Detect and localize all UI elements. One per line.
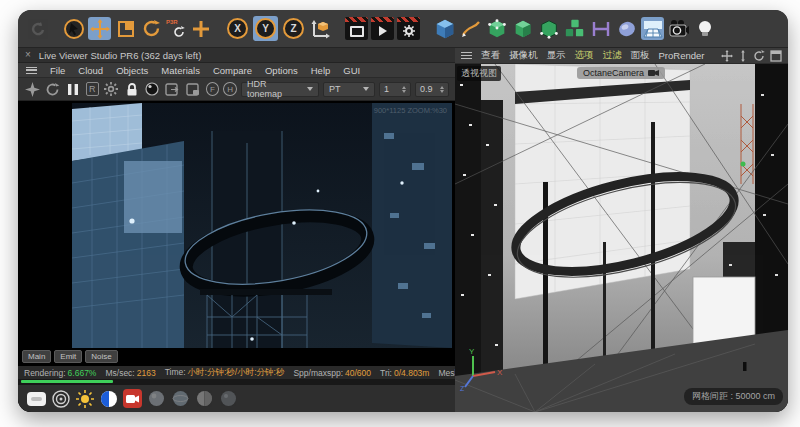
y-axis-label: Y [255,18,276,39]
octane-camera-label[interactable]: OctaneCamera [577,67,665,79]
material-picker-button[interactable]: H [223,82,237,96]
sphere-deformer-icon[interactable] [615,17,638,40]
zoom-view-icon[interactable] [738,50,748,62]
menu-help[interactable]: Help [311,65,331,76]
viewport-controls [721,50,782,62]
render-canvas[interactable]: 900*1125 ZOOM:%30 Main Emit Noise [18,101,455,366]
environment-sphere-icon[interactable] [147,389,166,408]
focus-picker-button[interactable]: F [206,82,220,96]
display-mode-icon[interactable] [27,389,46,408]
hdr-letter: H [227,85,233,94]
live-viewer-menubar: File Cloud Objects Materials Compare Opt… [18,63,455,78]
octane-camera-tag-icon[interactable] [123,389,142,408]
x-axis-button[interactable]: X [225,16,250,41]
save-pass-icon[interactable] [165,81,182,98]
menu-burger-icon[interactable] [26,67,37,74]
target-passes-icon[interactable] [51,389,70,408]
lock-resolution-icon[interactable] [124,81,141,98]
live-viewer-footer-toolbar [18,385,455,412]
measure-spline-icon[interactable] [589,17,612,40]
exposure-stepper[interactable]: 0.9 [415,82,449,97]
cinema4d-window: P3R X Y Z [18,10,788,412]
coordinate-system-icon[interactable] [309,17,332,40]
rotate-tool-icon[interactable] [140,17,163,40]
pause-render-icon[interactable] [65,81,82,98]
close-icon[interactable]: × [25,50,31,60]
passes-stepper[interactable]: 1 [379,82,411,97]
menu-compare[interactable]: Compare [213,65,252,76]
camera-object-icon[interactable] [667,17,690,40]
rendering-value: 6.667% [68,368,97,378]
viewport-menubar: 查看 摄像机 显示 选项 过滤 面板 ProRender [455,48,788,64]
kernel-dropdown[interactable]: PT [323,82,375,97]
z-axis-button[interactable]: Z [281,16,306,41]
stepper-arrows-icon[interactable] [402,86,406,93]
psr-lock-icon[interactable]: P3R [166,18,186,40]
menu-cloud[interactable]: Cloud [78,65,103,76]
edit-edges-icon[interactable] [537,17,560,40]
shaded-sphere-icon[interactable] [219,389,238,408]
rotate-view-icon[interactable] [753,50,765,62]
daylight-toggle-icon[interactable] [99,389,118,408]
axis-gizmo[interactable]: Y X Z [459,346,505,392]
camera-tag-icon [648,69,659,77]
edit-points-icon[interactable] [485,17,508,40]
menu-gui[interactable]: GUI [343,65,360,76]
tonemap-dropdown[interactable]: HDR tonemap [241,82,319,97]
texture-sphere-icon[interactable] [171,389,190,408]
z-axis-label: Z [283,18,304,39]
material-ball-icon[interactable] [144,81,161,98]
menu-materials[interactable]: Materials [161,65,200,76]
vp-menu-prorender[interactable]: ProRender [659,50,705,61]
array-clones-icon[interactable] [563,17,586,40]
light-object-icon[interactable] [693,17,716,40]
vp-menu-camera[interactable]: 摄像机 [509,49,538,62]
region-render-button[interactable]: R [86,82,100,96]
pan-view-icon[interactable] [721,50,733,62]
sun-light-icon[interactable] [75,389,94,408]
render-settings-icon[interactable] [397,17,420,40]
edit-model-icon[interactable] [511,17,534,40]
menu-options[interactable]: Options [265,65,298,76]
status-mesh: Mesh:268 [438,368,455,378]
restart-render-icon[interactable] [45,81,62,98]
scale-tool-icon[interactable] [114,17,137,40]
vp-menu-panel[interactable]: 面板 [631,49,650,62]
live-selection-icon[interactable] [62,17,85,40]
toggle-panel-icon[interactable] [770,50,782,62]
kernel-star-icon[interactable] [24,81,41,98]
checker-sphere-icon[interactable] [195,389,214,408]
menu-objects[interactable]: Objects [116,65,148,76]
pen-spline-icon[interactable] [459,17,482,40]
move-tool-icon[interactable] [88,17,111,40]
vp-menu-options[interactable]: 选项 [575,49,594,62]
clay-mode-icon[interactable] [185,81,202,98]
camera-label-text: OctaneCamera [583,68,644,78]
floor-environment-icon[interactable] [641,17,664,40]
history-icon[interactable] [26,17,49,40]
tab-noise[interactable]: Noise [85,350,117,363]
grid-spacing-label: 网格间距 : 50000 cm [684,388,783,405]
vp-menu-display[interactable]: 显示 [547,49,566,62]
vp-menu-filter[interactable]: 过滤 [603,49,622,62]
live-viewer-title: Live Viewer Studio PR6 (362 days left) [39,50,201,61]
render-picture-viewer-icon[interactable] [371,17,394,40]
vp-menu-view[interactable]: 查看 [481,49,500,62]
tab-main[interactable]: Main [22,350,51,363]
y-axis-button[interactable]: Y [253,16,278,41]
menu-file[interactable]: File [50,65,65,76]
tab-emit[interactable]: Emit [54,350,82,363]
viewport-burger-icon[interactable] [461,52,472,59]
viewport-panel: 查看 摄像机 显示 选项 过滤 面板 ProRender [455,48,788,412]
stepper-arrows-icon[interactable] [440,86,444,93]
chevron-down-icon [307,87,313,91]
render-view-icon[interactable] [345,17,368,40]
viewport-3d-view[interactable]: 透视视图 OctaneCamera 网格间距 : 50000 cm Y X Z [455,64,788,412]
status-mssec: Ms/sec:2163 [105,368,155,378]
render-progressbar [18,379,455,385]
add-object-icon[interactable] [189,17,212,40]
rendered-image [72,103,452,348]
render-pass-tabs: Main Emit Noise [22,350,118,363]
cube-primitive-icon[interactable] [433,17,456,40]
lv-settings-gear-icon[interactable] [103,81,120,98]
